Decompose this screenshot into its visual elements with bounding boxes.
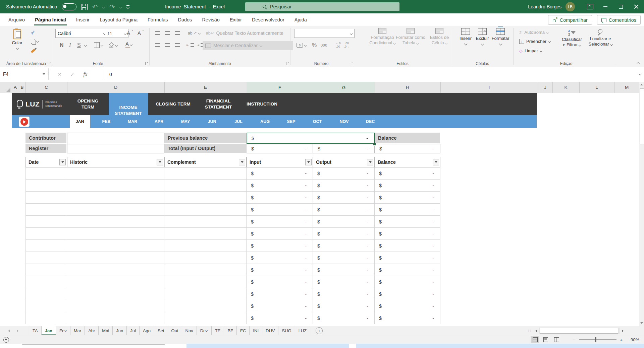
share-button[interactable]: Compartilhar xyxy=(548,15,592,25)
minimize-button[interactable] xyxy=(598,0,613,13)
table-row-cell[interactable]: $- xyxy=(375,192,440,204)
user-name[interactable]: Leandro Borges xyxy=(528,4,561,9)
sheet-tab-jan[interactable]: Jan xyxy=(42,326,56,335)
number-format-select[interactable] xyxy=(294,29,355,38)
month-tab-jul[interactable]: JUL xyxy=(228,115,249,128)
select-all-button[interactable] xyxy=(0,82,12,93)
sheet-tab-sug[interactable]: SUG xyxy=(278,326,295,335)
page-layout-view-icon[interactable] xyxy=(541,336,550,343)
table-row-cell[interactable]: $- xyxy=(247,167,313,180)
table-row-cell[interactable]: $- xyxy=(247,216,313,228)
menu-tab-exibir[interactable]: Exibir xyxy=(225,13,247,26)
table-row-cell[interactable] xyxy=(25,300,67,312)
table-row-cell[interactable] xyxy=(164,312,247,324)
fill-color-button[interactable] xyxy=(109,41,117,49)
merge-center-button[interactable]: ↔ Mesclar e Centralizar xyxy=(203,41,293,50)
menu-tab-ajuda[interactable]: Ajuda xyxy=(289,13,312,26)
dialog-launcher-icon[interactable] xyxy=(350,62,353,65)
zoom-slider[interactable] xyxy=(579,339,616,340)
table-row-cell[interactable] xyxy=(67,240,164,252)
ribbon-display-options-button[interactable] xyxy=(582,0,598,13)
sheet-tab-out[interactable]: Out xyxy=(168,326,182,335)
font-size-select[interactable]: 11 xyxy=(105,29,128,38)
table-row-cell[interactable] xyxy=(67,228,164,240)
table-row-cell[interactable] xyxy=(164,288,247,300)
table-row-cell[interactable]: $- xyxy=(375,204,440,216)
table-row-cell[interactable] xyxy=(25,252,67,264)
sheet-tab-duv[interactable]: DUV xyxy=(262,326,278,335)
table-row-cell[interactable]: $- xyxy=(375,252,440,264)
sheet-tab-mar[interactable]: Mar xyxy=(70,326,85,335)
table-row-cell[interactable]: $- xyxy=(247,264,313,276)
sheet-tab-fc[interactable]: FC xyxy=(237,326,250,335)
redo-chevron-icon[interactable] xyxy=(119,5,122,8)
sheet-tab-abr[interactable]: Abr xyxy=(85,326,99,335)
vertical-scroll-thumb[interactable] xyxy=(640,88,644,144)
table-row-cell[interactable]: $- xyxy=(247,300,313,312)
month-tab-mar[interactable]: MAR xyxy=(122,115,143,128)
wrap-text-button[interactable]: ab↩ Quebrar Texto Automaticamente xyxy=(206,29,283,37)
vertical-scrollbar[interactable] xyxy=(639,82,644,326)
comma-style-button[interactable]: 000 xyxy=(321,41,327,49)
filter-button-input[interactable] xyxy=(305,159,312,165)
column-header-J[interactable]: J xyxy=(538,82,553,93)
table-row-cell[interactable] xyxy=(67,264,164,276)
table-row-cell[interactable] xyxy=(164,264,247,276)
format-cells-button[interactable]: Formatar xyxy=(492,28,509,45)
table-row-cell[interactable] xyxy=(164,252,247,264)
table-row-cell[interactable] xyxy=(164,228,247,240)
delete-cells-button[interactable]: Excluir xyxy=(474,28,491,45)
table-row-cell[interactable] xyxy=(67,167,164,180)
macro-record-icon[interactable] xyxy=(3,337,9,343)
table-row-cell[interactable]: $- xyxy=(375,264,440,276)
table-row-cell[interactable] xyxy=(164,180,247,192)
scroll-up-icon[interactable] xyxy=(639,82,644,87)
table-row-cell[interactable]: $- xyxy=(313,240,375,252)
dialog-launcher-icon[interactable] xyxy=(48,62,51,65)
menu-tab-layout-da-página[interactable]: Layout da Página xyxy=(95,13,143,26)
copy-button[interactable] xyxy=(31,38,39,45)
column-header-L[interactable]: L xyxy=(579,82,614,93)
cancel-icon[interactable]: × xyxy=(58,71,61,78)
sheet-tab-dez[interactable]: Dez xyxy=(197,326,212,335)
find-select-button[interactable]: Localizar eSelecionar xyxy=(586,28,614,47)
table-row-cell[interactable]: $- xyxy=(375,276,440,288)
table-row-cell[interactable]: $- xyxy=(313,300,375,312)
table-header-date[interactable]: Date xyxy=(25,157,67,167)
table-row-cell[interactable] xyxy=(25,180,67,192)
expand-formula-bar-icon[interactable] xyxy=(639,72,642,76)
menu-tab-revisão[interactable]: Revisão xyxy=(197,13,224,26)
accounting-format-button[interactable]: $ xyxy=(297,41,306,49)
contributor-value-cell[interactable] xyxy=(67,133,164,144)
sheet-nav-left-icon[interactable] xyxy=(5,326,13,335)
table-row-cell[interactable]: $- xyxy=(313,288,375,300)
month-tab-aug[interactable]: AUG xyxy=(254,115,276,128)
sheet-tab-mai[interactable]: Mai xyxy=(99,326,113,335)
table-row-cell[interactable] xyxy=(25,288,67,300)
table-row-cell[interactable]: $- xyxy=(247,240,313,252)
table-row-cell[interactable]: $- xyxy=(313,216,375,228)
filter-button-historic[interactable] xyxy=(157,159,163,165)
table-row-cell[interactable] xyxy=(25,240,67,252)
table-row-cell[interactable] xyxy=(164,167,247,180)
filter-button-output[interactable] xyxy=(367,159,373,165)
table-row-cell[interactable] xyxy=(164,240,247,252)
table-row-cell[interactable] xyxy=(25,276,67,288)
month-tab-apr[interactable]: APR xyxy=(148,115,170,128)
table-row-cell[interactable]: $- xyxy=(313,264,375,276)
column-header-C[interactable]: C xyxy=(25,82,67,93)
cell-styles-button[interactable]: Estilos deCélula xyxy=(422,28,457,46)
comments-button[interactable]: Comentários xyxy=(597,15,641,25)
paste-button[interactable]: Colar xyxy=(7,28,27,49)
fill-button[interactable]: ↓ Preencher xyxy=(519,39,550,44)
table-row-cell[interactable]: $- xyxy=(313,192,375,204)
align-top-button[interactable] xyxy=(155,29,160,37)
scroll-down-icon[interactable] xyxy=(639,320,644,326)
borders-button[interactable] xyxy=(94,41,103,49)
table-row-cell[interactable] xyxy=(67,216,164,228)
table-row-cell[interactable] xyxy=(164,204,247,216)
month-tab-feb[interactable]: FEB xyxy=(96,115,117,128)
column-header-M[interactable]: M xyxy=(614,82,640,93)
menu-tab-dados[interactable]: Dados xyxy=(173,13,197,26)
table-row-cell[interactable]: $- xyxy=(247,312,313,324)
